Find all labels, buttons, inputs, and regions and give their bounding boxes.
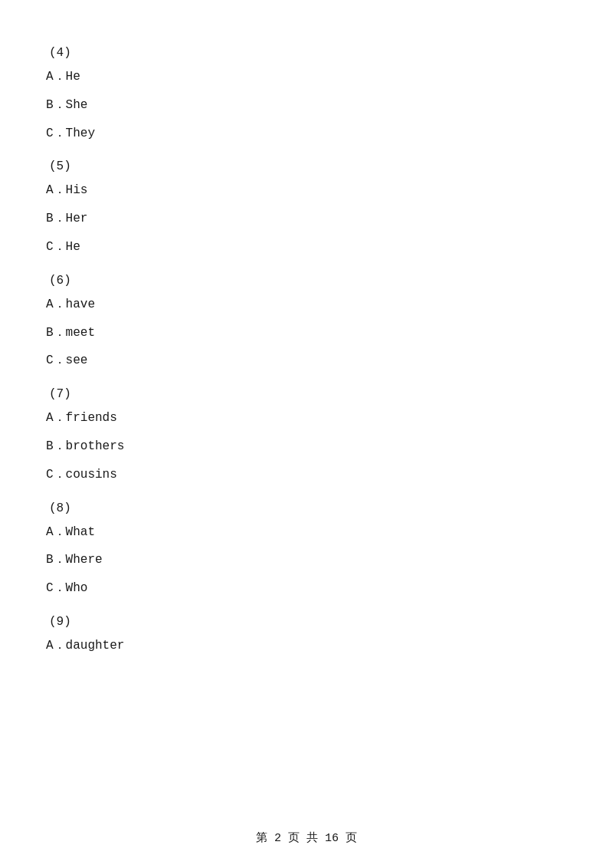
question-0-option-1: B．She xyxy=(46,94,567,117)
footer-text: 第 2 页 共 16 页 xyxy=(256,832,357,845)
page-content: (4)A．HeB．SheC．They(5)A．HisB．HerC．He(6)A．… xyxy=(0,0,613,709)
question-2-option-2: C．see xyxy=(46,350,567,372)
question-number-1: (5) xyxy=(46,159,567,173)
question-1-option-2: C．He xyxy=(46,236,567,258)
question-4-option-2: C．Who xyxy=(46,577,567,600)
question-1-option-1: B．Her xyxy=(46,208,567,230)
question-number-4: (8) xyxy=(46,501,567,515)
question-5-option-0: A．daughter xyxy=(46,635,567,657)
question-0-option-2: C．They xyxy=(46,123,567,145)
question-number-0: (4) xyxy=(46,46,567,60)
question-4-option-1: B．Where xyxy=(46,549,567,571)
question-4-option-0: A．What xyxy=(46,521,567,544)
question-number-3: (7) xyxy=(46,387,567,401)
question-2-option-1: B．meet xyxy=(46,322,567,344)
page-footer: 第 2 页 共 16 页 xyxy=(0,830,613,845)
question-3-option-0: A．friends xyxy=(46,407,567,429)
question-0-option-0: A．He xyxy=(46,66,567,88)
question-1-option-0: A．His xyxy=(46,179,567,202)
question-2-option-0: A．have xyxy=(46,294,567,316)
question-3-option-1: B．brothers xyxy=(46,436,567,458)
question-3-option-2: C．cousins xyxy=(46,464,567,486)
question-number-2: (6) xyxy=(46,274,567,288)
question-number-5: (9) xyxy=(46,615,567,629)
